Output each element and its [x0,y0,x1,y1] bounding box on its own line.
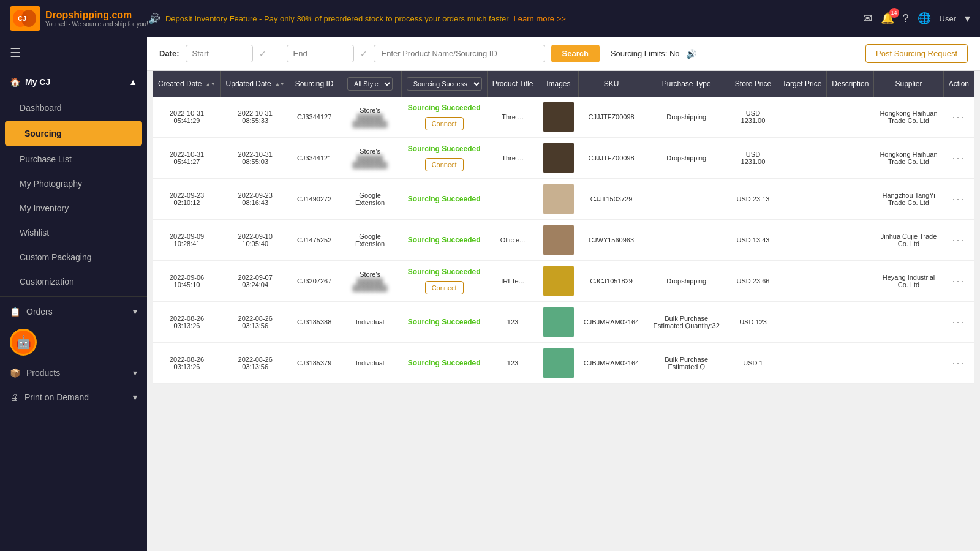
cell-id: CJ1475252 [290,220,339,261]
sidebar-item-sourcing[interactable]: Sourcing [5,121,142,146]
cell-product-title: Thre-... [487,138,538,179]
connect-button[interactable]: Connect [425,281,464,294]
pod-icon: 🖨 [10,392,18,402]
cell-action[interactable]: ··· [943,261,974,302]
end-check-icon: ✓ [360,49,368,59]
sidebar-item-customization[interactable]: Customization [0,269,147,294]
cell-action[interactable]: ··· [943,343,974,384]
search-button[interactable]: Search [551,45,600,62]
style-select[interactable]: All Style [347,77,393,91]
more-actions-icon[interactable]: ··· [952,152,965,164]
connect-button[interactable]: Connect [425,117,464,130]
user-name: User [940,14,956,23]
cell-status: Sourcing SucceededConnect [401,97,487,138]
sidebar-section-orders[interactable]: 📋 Orders ▾ [0,299,147,324]
col-created-date[interactable]: Created Date ▲▼ [153,71,221,97]
sidebar-item-packaging[interactable]: Custom Packaging [0,245,147,269]
cell-action[interactable]: ··· [943,97,974,138]
more-actions-icon[interactable]: ··· [952,275,965,287]
sourcing-table: Created Date ▲▼ Updated Date ▲▼ Sourcing… [153,71,974,384]
cell-action[interactable]: ··· [943,302,974,343]
logo-sub: You sell - We source and ship for you! [45,21,148,28]
cell-action[interactable]: ··· [943,138,974,179]
col-style-dropdown[interactable]: All Style [339,71,401,97]
table-row: 2022-09-09 10:28:41 2022-09-10 10:05:40 … [153,220,974,261]
post-sourcing-button[interactable]: Post Sourcing Request [865,44,968,63]
more-actions-icon[interactable]: ··· [952,316,965,328]
cell-status: Sourcing Succeeded [401,220,487,261]
sidebar-section-pod[interactable]: 🖨 Print on Demand ▾ [0,385,147,410]
mail-icon[interactable]: ✉ [863,12,872,25]
date-end-input[interactable] [287,45,354,62]
cell-store-price: USD 23.66 [729,261,777,302]
cell-description: -- [827,261,874,302]
date-start-input[interactable] [186,45,253,62]
more-actions-icon[interactable]: ··· [952,111,965,123]
cell-product-title [487,179,538,220]
cell-status: Sourcing SucceededConnect [401,138,487,179]
cell-target-price: -- [777,220,827,261]
learn-more-link[interactable]: Learn more >> [514,14,566,23]
col-status-dropdown[interactable]: Sourcing Success [401,71,487,97]
cell-supplier: Jinhua Cujie Trade Co. Ltd [874,220,943,261]
cell-sku: CJJJTFZ00098 [579,97,644,138]
cell-action[interactable]: ··· [943,220,974,261]
cell-description: -- [827,302,874,343]
cell-source: Individual [339,343,401,384]
table-row: 2022-10-31 05:41:27 2022-10-31 08:55:03 … [153,138,974,179]
col-images: Images [538,71,579,97]
cell-image [538,97,579,138]
sidebar-item-inventory[interactable]: My Inventory [0,196,147,220]
date-label: Date: [159,49,179,58]
status-select[interactable]: Sourcing Success [407,77,482,91]
chatbot-icon[interactable]: 🤖 [10,329,37,356]
main-layout: ☰ 🏠 My CJ ▲ Dashboard Sourcing Purchase … [0,37,980,551]
cell-action[interactable]: ··· [943,179,974,220]
cell-source: Store's██████ ████████ [339,261,401,302]
sidebar-item-wishlist[interactable]: Wishlist [0,220,147,245]
sidebar-item-photography[interactable]: My Photography [0,171,147,196]
cell-image [538,302,579,343]
sidebar-section-my-cj[interactable]: 🏠 My CJ ▲ [0,69,147,96]
cell-store-price: USD 23.13 [729,179,777,220]
cell-store-price: USD 1231.00 [729,138,777,179]
more-actions-icon[interactable]: ··· [952,357,965,369]
sidebar-section-products[interactable]: 📦 Products ▾ [0,361,147,385]
orders-icon: 📋 [10,307,20,317]
cell-status: Sourcing Succeeded [401,343,487,384]
cell-sku: CJBJMRAM02164 [579,343,644,384]
cell-updated: 2022-08-26 03:13:56 [221,302,290,343]
help-icon[interactable]: ? [903,12,909,25]
sidebar-item-dashboard[interactable]: Dashboard [0,96,147,120]
cell-id: CJ1490272 [290,179,339,220]
more-actions-icon[interactable]: ··· [952,234,965,246]
hamburger-icon[interactable]: ☰ [0,37,147,69]
connect-button[interactable]: Connect [425,158,464,171]
cell-supplier: Hongkong Haihuan Trade Co. Ltd [874,138,943,179]
search-input[interactable] [374,45,545,62]
cell-sku: CJWY1560963 [579,220,644,261]
start-check-icon: ✓ [259,49,266,59]
pod-chevron: ▾ [133,392,137,402]
col-supplier: Supplier [874,71,943,97]
cell-purchase-type: Dropshipping [644,261,729,302]
notification-icon[interactable]: 🔔 14 [881,12,894,25]
cell-purchase-type: Bulk Purchase Estimated Quantity:32 [644,302,729,343]
chevron-down-icon[interactable]: ▾ [965,12,970,25]
cell-store-price: USD 123 [729,302,777,343]
cell-updated: 2022-09-23 08:16:43 [221,179,290,220]
more-actions-icon[interactable]: ··· [952,193,965,205]
chatbot-area: 🤖 [0,324,147,361]
cell-id: CJ3185379 [290,343,339,384]
sidebar-item-purchase-list[interactable]: Purchase List [0,147,147,171]
table-row: 2022-10-31 05:41:29 2022-10-31 08:55:33 … [153,97,974,138]
sort-updated-icon: ▲▼ [275,81,285,87]
col-updated-date[interactable]: Updated Date ▲▼ [221,71,290,97]
cell-target-price: -- [777,179,827,220]
cell-source: Google Extension [339,179,401,220]
orders-chevron: ▾ [133,307,137,317]
cell-status: Sourcing Succeeded [401,179,487,220]
my-cj-icon: 🏠 [10,77,20,87]
cell-product-title: 123 [487,343,538,384]
globe-icon[interactable]: 🌐 [918,12,931,25]
